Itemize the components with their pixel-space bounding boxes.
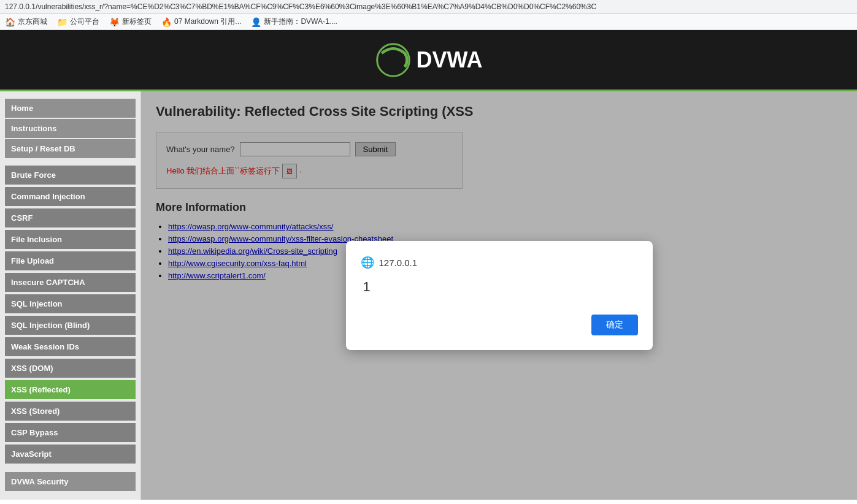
sidebar: Home Instructions Setup / Reset DB Brute… [0,91,141,500]
sidebar-item-brute-force[interactable]: Brute Force [5,166,136,185]
bookmark-newtab-label: 新标签页 [122,17,152,27]
modal-box: 🌐 127.0.0.1 1 确定 [346,241,653,350]
company-icon: 📁 [57,17,67,27]
sidebar-item-sql-injection-blind[interactable]: SQL Injection (Blind) [5,316,136,335]
bookmark-dvwa[interactable]: 👤 新手指南：DVWA-1.... [251,17,337,27]
browser-address-bar[interactable]: 127.0.0.1/vulnerabilities/xss_r/?name=%C… [0,0,857,14]
dvwa-logo-text: DVWA [417,47,483,73]
modal-overlay: 🌐 127.0.0.1 1 确定 [141,91,857,500]
modal-url: 127.0.0.1 [379,258,418,268]
main-layout: Home Instructions Setup / Reset DB Brute… [0,91,857,500]
bookmark-company[interactable]: 📁 公司平台 [57,17,99,27]
bookmark-newtab[interactable]: 🦊 新标签页 [109,17,152,27]
sidebar-item-command-injection[interactable]: Command Injection [5,187,136,206]
bookmarks-bar: 🏠 京东商城 📁 公司平台 🦊 新标签页 🔥 07 Markdown 引用...… [0,14,857,30]
bookmark-jd[interactable]: 🏠 京东商城 [5,17,47,27]
sidebar-item-csrf[interactable]: CSRF [5,208,136,227]
bookmark-markdown-label: 07 Markdown 引用... [174,17,241,27]
sidebar-item-instructions[interactable]: Instructions [5,119,136,138]
sidebar-item-weak-session-ids[interactable]: Weak Session IDs [5,337,136,356]
bookmark-jd-label: 京东商城 [18,17,47,27]
firefox-icon: 🦊 [109,17,120,27]
sidebar-bottom-spacer [5,466,136,472]
modal-header: 🌐 127.0.0.1 [361,256,638,269]
dvwa-logo: DVWA [375,42,483,78]
bookmark-dvwa-label: 新手指南：DVWA-1.... [264,17,337,27]
bookmark-company-label: 公司平台 [70,17,99,27]
user-icon: 👤 [251,17,261,27]
sidebar-item-xss-stored[interactable]: XSS (Stored) [5,402,136,421]
modal-footer: 确定 [361,315,638,335]
sidebar-spacer [5,159,136,166]
sidebar-item-file-inclusion[interactable]: File Inclusion [5,230,136,249]
globe-icon: 🌐 [361,256,374,269]
sidebar-item-setup-reset-db[interactable]: Setup / Reset DB [5,139,136,158]
dvwa-header: DVWA [0,30,857,91]
url-text: 127.0.0.1/vulnerabilities/xss_r/?name=%C… [5,2,596,11]
modal-ok-button[interactable]: 确定 [591,315,638,335]
sidebar-item-sql-injection[interactable]: SQL Injection [5,294,136,313]
bookmark-markdown[interactable]: 🔥 07 Markdown 引用... [161,17,241,27]
content-area: Vulnerability: Reflected Cross Site Scri… [141,91,857,500]
sidebar-item-file-upload[interactable]: File Upload [5,251,136,270]
dvwa-logo-svg [375,42,412,78]
sidebar-item-home[interactable]: Home [5,99,136,118]
jd-icon: 🏠 [5,17,15,27]
sidebar-item-csp-bypass[interactable]: CSP Bypass [5,423,136,442]
sidebar-item-xss-dom[interactable]: XSS (DOM) [5,359,136,378]
fire-icon: 🔥 [161,17,172,27]
modal-body: 1 [361,279,638,295]
sidebar-item-insecure-captcha[interactable]: Insecure CAPTCHA [5,273,136,292]
sidebar-item-dvwa-security[interactable]: DVWA Security [5,472,136,491]
sidebar-item-xss-reflected[interactable]: XSS (Reflected) [5,380,136,399]
sidebar-item-javascript[interactable]: JavaScript [5,445,136,464]
